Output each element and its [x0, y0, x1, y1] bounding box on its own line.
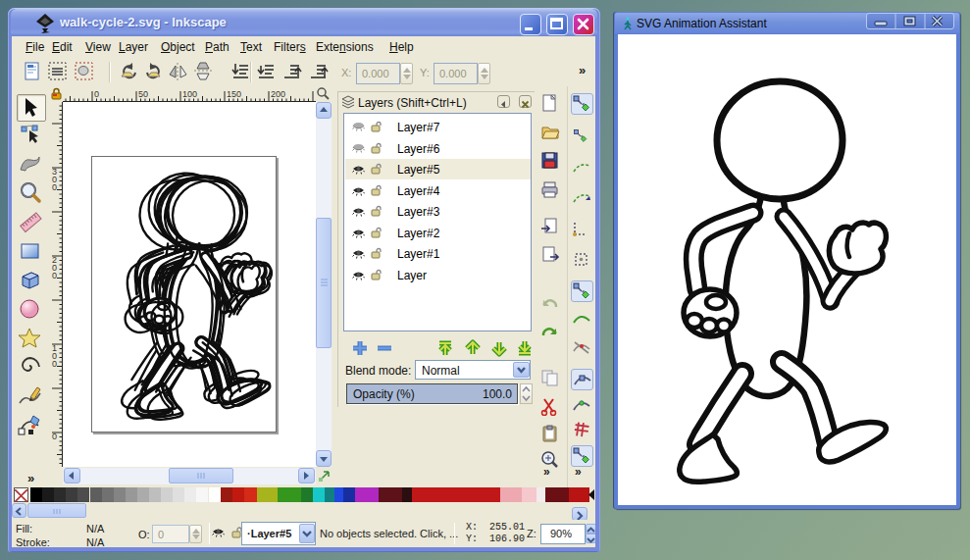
svg-text:50: 50: [138, 89, 148, 99]
svg-text:0: 0: [94, 89, 99, 99]
svg-text:150: 150: [227, 89, 241, 99]
svg-text:0: 0: [52, 182, 57, 192]
svg-text:0: 0: [52, 432, 57, 441]
svg-text:0: 0: [52, 359, 57, 369]
svg-text:100: 100: [182, 89, 197, 99]
svg-text:200: 200: [271, 89, 285, 99]
svg-text:0: 0: [52, 271, 57, 280]
